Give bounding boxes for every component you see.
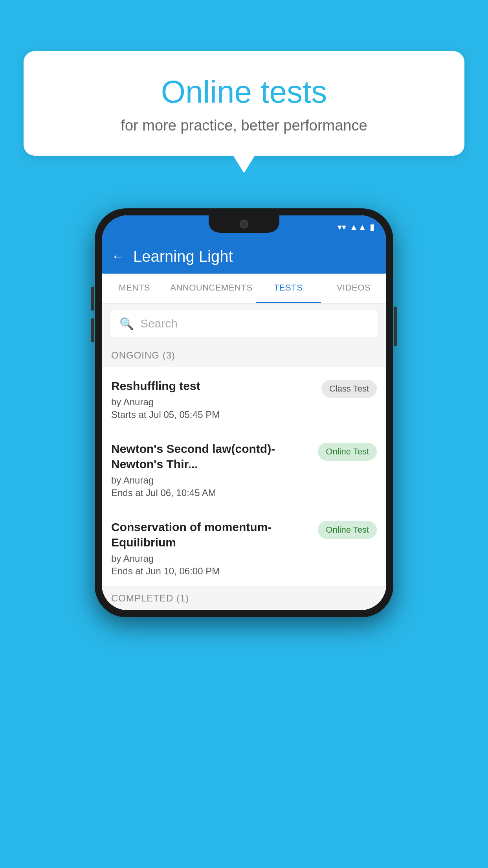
tab-videos[interactable]: VIDEOS xyxy=(321,274,386,303)
test-author: by Anurag xyxy=(111,553,312,564)
tab-tests[interactable]: TESTS xyxy=(256,274,321,303)
search-container: 🔍 Search xyxy=(102,303,386,344)
test-date: Ends at Jun 10, 06:00 PM xyxy=(111,566,312,577)
test-info: Conservation of momentum-Equilibrium by … xyxy=(111,519,312,577)
signal-icon: ▲▲ xyxy=(349,222,367,232)
bubble-title: Online tests xyxy=(55,75,433,109)
bubble-subtitle: for more practice, better performance xyxy=(55,117,433,134)
test-name: Reshuffling test xyxy=(111,378,315,394)
search-icon: 🔍 xyxy=(119,317,134,331)
test-name: Newton's Second law(contd)-Newton's Thir… xyxy=(111,441,312,472)
phone-outer: 14:29 ▾▾ ▲▲ ▮ ← Learning Light MENTS xyxy=(95,208,393,617)
speech-bubble: Online tests for more practice, better p… xyxy=(24,51,464,156)
front-camera xyxy=(240,220,248,228)
test-info: Newton's Second law(contd)-Newton's Thir… xyxy=(111,441,312,498)
completed-section-header: COMPLETED (1) xyxy=(102,587,386,610)
phone-screen: 14:29 ▾▾ ▲▲ ▮ ← Learning Light MENTS xyxy=(102,215,386,610)
list-item[interactable]: Reshuffling test by Anurag Starts at Jul… xyxy=(102,367,386,430)
ongoing-label: ONGOING (3) xyxy=(111,350,175,360)
volume-up-button xyxy=(91,287,94,311)
power-button xyxy=(394,307,397,346)
screen-content: 14:29 ▾▾ ▲▲ ▮ ← Learning Light MENTS xyxy=(102,215,386,610)
search-input[interactable]: Search xyxy=(140,317,178,330)
test-date: Starts at Jul 05, 05:45 PM xyxy=(111,409,315,420)
test-info: Reshuffling test by Anurag Starts at Jul… xyxy=(111,378,315,420)
search-bar[interactable]: 🔍 Search xyxy=(110,310,378,337)
wifi-icon: ▾▾ xyxy=(338,222,346,232)
tab-announcements[interactable]: ANNOUNCEMENTS xyxy=(167,274,255,303)
header-title: Learning Light xyxy=(133,248,233,265)
phone-mockup: 14:29 ▾▾ ▲▲ ▮ ← Learning Light MENTS xyxy=(95,208,393,617)
battery-icon: ▮ xyxy=(370,222,374,232)
phone-notch xyxy=(209,215,279,233)
tabs-bar: MENTS ANNOUNCEMENTS TESTS VIDEOS xyxy=(102,274,386,303)
app-header: ← Learning Light xyxy=(102,239,386,274)
back-button[interactable]: ← xyxy=(111,248,125,265)
test-name: Conservation of momentum-Equilibrium xyxy=(111,519,312,550)
completed-label: COMPLETED (1) xyxy=(111,593,189,603)
volume-down-button xyxy=(91,318,94,342)
ongoing-section-header: ONGOING (3) xyxy=(102,344,386,367)
status-badge: Class Test xyxy=(321,380,377,398)
tests-list: Reshuffling test by Anurag Starts at Jul… xyxy=(102,367,386,587)
status-badge: Online Test xyxy=(318,521,377,539)
test-author: by Anurag xyxy=(111,397,315,408)
status-badge: Online Test xyxy=(318,443,377,461)
promo-section: Online tests for more practice, better p… xyxy=(24,51,464,156)
list-item[interactable]: Newton's Second law(contd)-Newton's Thir… xyxy=(102,430,386,508)
test-date: Ends at Jul 06, 10:45 AM xyxy=(111,487,312,498)
test-author: by Anurag xyxy=(111,475,312,486)
list-item[interactable]: Conservation of momentum-Equilibrium by … xyxy=(102,508,386,587)
status-icons: ▾▾ ▲▲ ▮ xyxy=(338,222,374,232)
tab-assignments[interactable]: MENTS xyxy=(102,274,167,303)
